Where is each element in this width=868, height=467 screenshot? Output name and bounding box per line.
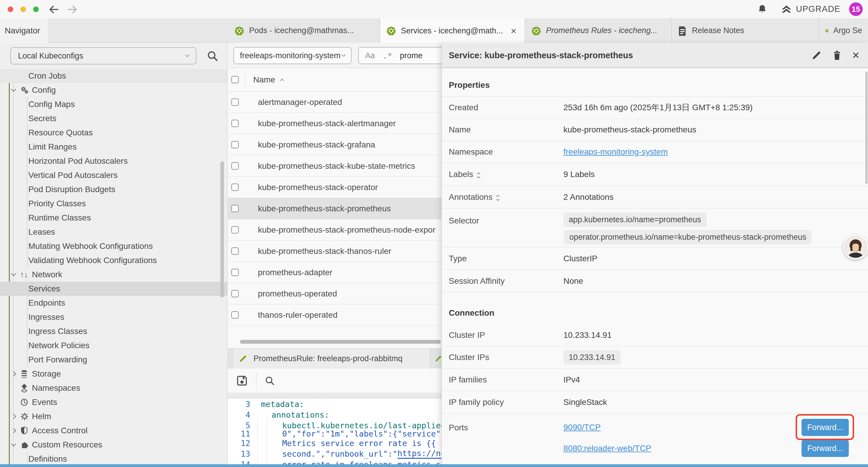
sidebar-item-runtime-classes[interactable]: Runtime Classes (0, 211, 227, 225)
tab-argo[interactable]: Argo Se (819, 18, 868, 43)
list-search-input[interactable]: Aa .* prome (358, 47, 441, 64)
table-row[interactable]: prometheus-operated (228, 283, 441, 304)
avatar[interactable] (843, 235, 868, 260)
macos-close-button[interactable] (8, 6, 13, 12)
sidebar-item-storage[interactable]: Storage (0, 367, 227, 381)
close-icon[interactable]: × (511, 26, 517, 36)
table-row[interactable]: kube-prometheus-stack-thanos-ruler (228, 241, 441, 262)
sidebar-item-secrets[interactable]: Secrets (0, 111, 227, 126)
sidebar-item-pod-disruption-budgets[interactable]: Pod Disruption Budgets (0, 182, 227, 197)
row-checkbox[interactable] (231, 269, 239, 276)
table-row[interactable]: kube-prometheus-stack-prometheus-node-ex… (228, 219, 441, 241)
sidebar-item-definitions[interactable]: Definitions (0, 452, 227, 466)
upgrade-button[interactable]: UPGRADE (780, 3, 840, 15)
sidebar-item-validating-webhook-configurations[interactable]: Validating Webhook Configurations (0, 253, 227, 267)
sidebar-item-helm[interactable]: Helm (0, 409, 227, 424)
row-checkbox[interactable] (231, 141, 239, 148)
sidebar-item-endpoints[interactable]: Endpoints (0, 296, 227, 310)
sidebar-item-config-maps[interactable]: Config Maps (0, 97, 227, 111)
sidebar-item-network[interactable]: ↑↓ Network (0, 267, 227, 282)
cluster-ip-chip: 10.233.14.91 (563, 350, 621, 365)
column-header-name[interactable]: Name (253, 75, 275, 85)
match-case-toggle[interactable]: Aa (365, 51, 375, 60)
row-checkbox[interactable] (231, 162, 239, 170)
delete-trash-icon[interactable] (832, 50, 842, 61)
yaml-editor[interactable]: 3metadata: 4annotations: 5kubectl.kubern… (228, 399, 441, 467)
forward-button-8080[interactable]: Forward... (802, 440, 849, 457)
kubernetes-icon (825, 26, 829, 36)
macos-minimize-button[interactable] (20, 6, 26, 12)
namespace-link[interactable]: freeleaps-monitoring-system (563, 147, 668, 157)
search-icon[interactable] (206, 50, 219, 62)
sidebar-item-ingresses[interactable]: Ingresses (0, 310, 227, 324)
chevron-down-icon (11, 271, 16, 276)
sidebar-item-namespaces[interactable]: Namespaces (0, 381, 227, 395)
row-checkbox[interactable] (231, 311, 239, 319)
sidebar-item-cron-jobs[interactable]: Cron Jobs (0, 69, 227, 83)
detail-scrollbar[interactable] (865, 71, 868, 184)
row-checkbox[interactable] (231, 205, 239, 212)
sidebar-item-network-policies[interactable]: Network Policies (0, 339, 227, 353)
table-row[interactable]: prometheus-adapter (228, 262, 441, 283)
list-controls: freeleaps-monitoring-system Aa .* prome (228, 43, 441, 68)
expand-collapse-icon[interactable] (477, 171, 480, 178)
sidebar-scrollbar[interactable] (220, 162, 224, 297)
sidebar-item-vertical-pod-autoscalers[interactable]: Vertical Pod Autoscalers (0, 168, 227, 182)
tab-prometheus-rules[interactable]: Prometheus Rules - icecheng... (525, 18, 672, 43)
row-checkbox[interactable] (231, 226, 239, 233)
edit-pencil-icon[interactable] (811, 50, 822, 61)
expand-collapse-icon[interactable] (497, 194, 499, 200)
table-row[interactable]: kube-prometheus-stack-alertmanager (228, 113, 441, 134)
clipped-code-line: 110","for":"1m","labels":{"service":" (228, 431, 441, 438)
back-arrow-icon[interactable] (48, 4, 59, 15)
editor-search-icon[interactable] (264, 375, 275, 386)
tab-release-notes[interactable]: Release Notes (672, 18, 819, 43)
port-link-9090[interactable]: 9090/TCP (563, 423, 601, 432)
profile-badge[interactable]: 15 (849, 2, 863, 16)
row-checkbox[interactable] (231, 290, 239, 297)
sidebar-item-services[interactable]: Services (0, 282, 227, 296)
table-row[interactable]: kube-prometheus-stack-grafana (228, 134, 441, 155)
regex-toggle[interactable]: .* (382, 51, 392, 60)
row-checkbox[interactable] (231, 120, 239, 127)
sidebar-item-resource-quotas[interactable]: Resource Quotas (0, 126, 227, 140)
sidebar-item-leases[interactable]: Leases (0, 225, 227, 239)
macos-zoom-button[interactable] (33, 6, 39, 12)
tab-pods[interactable]: Pods - icecheng@mathmas... (228, 18, 380, 43)
yaml-string: 0","for":"1m","labels":{"service":" (282, 431, 441, 438)
sidebar-item-priority-classes[interactable]: Priority Classes (0, 197, 227, 211)
editor-tab-prometheusrule[interactable]: PrometheusRule: freeleaps-prod-rabbitmq (234, 348, 430, 369)
save-icon[interactable] (236, 374, 248, 387)
horizontal-scrollbar[interactable] (240, 340, 441, 344)
row-checkbox[interactable] (231, 98, 239, 106)
sidebar-item-limit-ranges[interactable]: Limit Ranges (0, 140, 227, 154)
port-link-8080[interactable]: 8080:reloader-web/TCP (563, 444, 651, 453)
row-checkbox[interactable] (231, 247, 239, 255)
namespace-select[interactable]: freeleaps-monitoring-system (234, 47, 351, 64)
table-row[interactable]: alertmanager-operated (228, 92, 441, 113)
notifications-bell-icon[interactable] (756, 4, 768, 16)
table-row-selected[interactable]: kube-prometheus-stack-prometheus (228, 198, 441, 219)
table-row[interactable]: thanos-ruler-operated (228, 304, 441, 326)
sidebar-item-port-forwarding[interactable]: Port Forwarding (0, 353, 227, 367)
sidebar-item-ingress-classes[interactable]: Ingress Classes (0, 324, 227, 339)
sidebar-item-custom-resources[interactable]: Custom Resources (0, 438, 227, 452)
sidebar-item-access-control[interactable]: Access Control (0, 424, 227, 438)
section-heading-properties: Properties (449, 80, 868, 90)
sidebar-item-events[interactable]: Events (0, 395, 227, 409)
sidebar-item-config[interactable]: Config (0, 83, 227, 97)
tab-services[interactable]: Services - icecheng@math... × (380, 18, 525, 43)
navigator-panel-tab[interactable]: Navigator (0, 18, 48, 43)
sidebar-item-horizontal-pod-autoscalers[interactable]: Horizontal Pod Autoscalers (0, 154, 227, 168)
editor-tab-partial[interactable] (430, 348, 441, 369)
sort-ascending-icon[interactable] (280, 78, 284, 83)
forward-arrow-icon[interactable] (67, 4, 78, 15)
table-row[interactable]: kube-prometheus-stack-operator (228, 177, 441, 198)
sidebar-item-mutating-webhook-configurations[interactable]: Mutating Webhook Configurations (0, 239, 227, 253)
close-icon[interactable]: × (852, 49, 860, 61)
row-checkbox[interactable] (231, 183, 239, 191)
table-row[interactable]: kube-prometheus-stack-kube-state-metrics (228, 155, 441, 177)
select-all-checkbox[interactable] (231, 76, 239, 83)
kubeconfig-select[interactable]: Local Kubeconfigs (10, 47, 196, 64)
yaml-url-link[interactable]: https://net (397, 449, 441, 459)
